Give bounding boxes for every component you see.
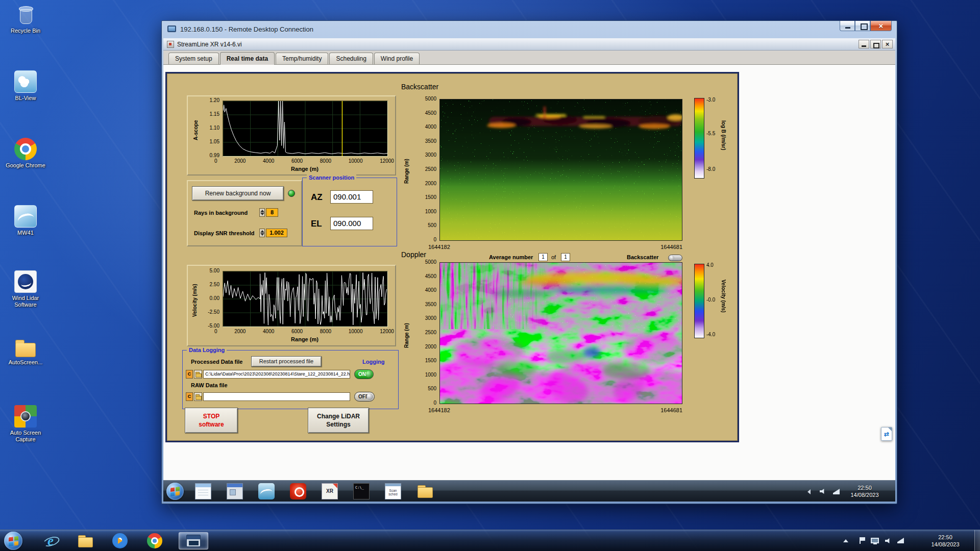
tab-strip: System setupReal time dataTemp/humidityS…	[163, 51, 895, 65]
rdp-minimize-button[interactable]	[840, 21, 855, 31]
tab-scheduling[interactable]: Scheduling	[329, 53, 373, 64]
desktop-icon-auto-screen-capture[interactable]: Auto Screen Capture	[1, 405, 50, 443]
tick-label: 4000	[263, 329, 274, 334]
desktop-icon-bl-view[interactable]: BL-View	[1, 70, 50, 102]
scan-scheduler-icon[interactable]: Scan sched	[385, 483, 401, 499]
raw-path-field[interactable]	[203, 392, 350, 401]
notepad-icon[interactable]	[195, 483, 211, 499]
host-taskbar: e 22:50 14/08/2023	[0, 530, 980, 551]
az-value-field[interactable]: 090.001	[330, 190, 373, 204]
desktop-icon-wind-lidar-software[interactable]: Wind Lidar Software	[1, 270, 50, 308]
google-chrome-taskbar-button[interactable]	[147, 533, 162, 548]
stop-software-line2: software	[185, 420, 237, 429]
raw-drive-selector[interactable]: C	[186, 392, 193, 401]
internet-explorer-taskbar-button[interactable]: e	[43, 533, 58, 548]
tick-label: 1500	[425, 358, 436, 363]
desktop-icon-autoscreen-folder[interactable]: AutoScreen...	[1, 338, 50, 366]
tab-real-time-data[interactable]: Real time data	[220, 52, 275, 65]
rays-in-background-label: Rays in background	[194, 210, 248, 216]
change-lidar-line2: Settings	[308, 420, 369, 429]
tab-temp-humidity[interactable]: Temp/humidity	[276, 53, 328, 64]
desktop-icon-label: Wind Lidar Software	[1, 295, 50, 308]
data-logging-title: Data Logging	[187, 347, 227, 353]
doppler-colorbar	[694, 264, 704, 338]
windows-explorer-taskbar-button[interactable]	[78, 533, 93, 548]
bl-view-app-icon[interactable]	[258, 483, 275, 499]
rdp-window-title: 192.168.0.150 - Remote Desktop Connectio…	[180, 26, 313, 33]
tick-label: -2.50	[208, 310, 219, 315]
host-taskbar-clock[interactable]: 22:50 14/08/2023	[924, 534, 967, 548]
processed-logging-on-toggle[interactable]: ON	[354, 369, 374, 379]
processed-path-field[interactable]: C:\Lidar\Data\Proc\2023\202308\20230814\…	[203, 370, 350, 379]
power-icon[interactable]	[290, 483, 306, 499]
remote-taskbar-clock[interactable]: 22:50 14/08/2023	[841, 484, 888, 498]
tray-expand-icon[interactable]	[843, 539, 848, 542]
app-close-button[interactable]	[882, 40, 893, 48]
doppler-colorbar-tick-mid: -0.0	[706, 297, 715, 303]
tick-label: 2000	[425, 181, 436, 186]
tab-wind-profile[interactable]: Wind profile	[374, 53, 420, 64]
tick-label: 1000	[425, 372, 436, 378]
restart-processed-file-button[interactable]: Restart processed file	[251, 356, 322, 367]
renew-background-button[interactable]: Renew background now	[192, 186, 284, 201]
sync-notification-icon[interactable]	[881, 427, 892, 441]
snr-spinner[interactable]	[259, 229, 265, 237]
xr-app-icon[interactable]: XR	[322, 483, 338, 499]
desktop-icon-label: MW41	[1, 230, 50, 236]
desktop-icon-recycle-bin[interactable]: Recycle Bin	[1, 3, 50, 34]
remote-tray-collapse-icon[interactable]	[807, 489, 811, 494]
tick-label: 8000	[320, 329, 331, 334]
desktop-icon-label: Auto Screen Capture	[1, 430, 50, 443]
desktop-icon-mw41[interactable]: MW41	[1, 205, 50, 236]
raw-browse-button[interactable]	[194, 392, 202, 401]
show-desktop-button[interactable]	[974, 530, 980, 551]
remote-clock-date: 14/08/2023	[841, 491, 888, 498]
backscatter-plot-area	[439, 99, 682, 241]
tick-label: 1500	[425, 195, 436, 200]
tick-label: 2500	[425, 330, 436, 335]
display-settings-icon[interactable]	[871, 538, 879, 543]
action-center-icon[interactable]	[860, 537, 861, 544]
google-chrome-icon	[14, 138, 37, 160]
command-prompt-icon[interactable]: C:\_	[353, 483, 370, 499]
snr-value-field[interactable]: 1.002	[266, 229, 287, 237]
desktop: Recycle BinBL-ViewGoogle ChromeMW41Wind …	[0, 0, 980, 551]
tick-label: 5.00	[210, 268, 219, 273]
backscatter-y-axis-label: Range (m)	[404, 159, 409, 184]
stop-software-line1: STOP	[185, 412, 237, 420]
data-logging-group: Data Logging Processed Data file Restart…	[182, 350, 399, 409]
velocity-x-axis-label: Range (m)	[223, 336, 387, 342]
change-lidar-settings-button[interactable]: Change LiDAR Settings	[308, 408, 369, 433]
processed-browse-button[interactable]	[194, 370, 202, 379]
tick-label: 3000	[425, 316, 436, 321]
velocity-y-ticks: 5.002.500.00-2.50-5.00	[200, 268, 219, 329]
rdp-maximize-button[interactable]	[855, 21, 870, 31]
app-titlebar[interactable]: StreamLine XR v14-6.vi	[163, 38, 895, 51]
recycle-bin-icon	[14, 3, 37, 26]
desktop-icon-google-chrome[interactable]: Google Chrome	[1, 138, 50, 169]
app-restore-button[interactable]	[870, 40, 881, 48]
ascope-x-axis-label: Range (m)	[223, 166, 387, 172]
media-player-taskbar-button[interactable]	[112, 533, 128, 548]
rdp-titlebar[interactable]: 192.168.0.150 - Remote Desktop Connectio…	[162, 21, 897, 38]
backscatter-colorbar-label: log B (/m/sr)	[721, 120, 726, 150]
remote-desktop-taskbar-button[interactable]	[179, 532, 208, 549]
snr-threshold-label: Display SNR threshold	[194, 230, 255, 236]
tab-system-setup[interactable]: System setup	[168, 53, 219, 64]
raw-logging-off-toggle[interactable]: OFF	[354, 392, 375, 402]
windows-explorer-icon[interactable]	[416, 483, 433, 499]
tick-label: 3000	[425, 153, 436, 158]
stop-software-button[interactable]: STOP software	[185, 408, 238, 433]
rays-value-field[interactable]: 8	[266, 208, 278, 217]
app-dialog-icon[interactable]	[227, 483, 243, 499]
el-value-field[interactable]: 090.000	[330, 217, 373, 230]
bl-view-icon	[14, 70, 37, 93]
el-label: EL	[311, 219, 322, 229]
processed-drive-selector[interactable]: C	[186, 370, 193, 379]
rdp-close-button[interactable]	[870, 21, 892, 31]
rays-spinner[interactable]	[259, 208, 265, 217]
backscatter-start-timestamp: 1644182	[428, 244, 450, 250]
app-minimize-button[interactable]	[859, 40, 869, 48]
tick-label: 4000	[425, 288, 436, 293]
logging-label: Logging	[362, 359, 384, 365]
